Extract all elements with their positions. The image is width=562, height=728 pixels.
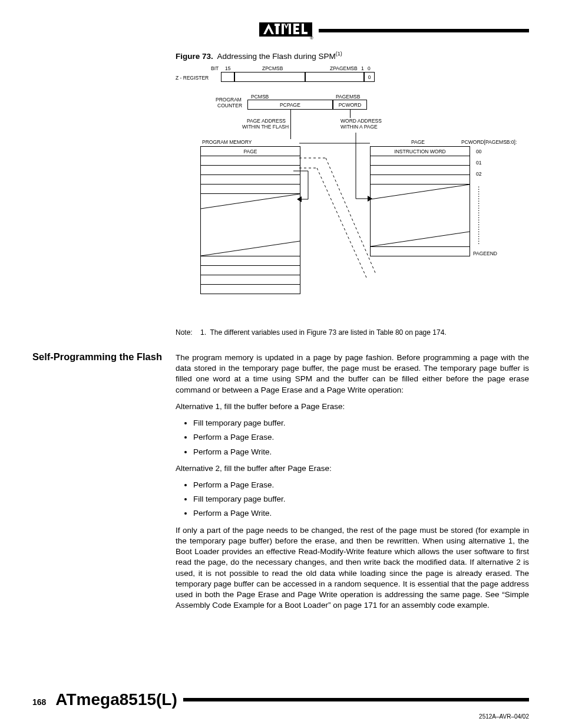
section-heading: Self-Programming the Flash [32, 351, 168, 363]
list-item: Perform a Page Write. [193, 447, 529, 457]
label-page-right: PAGE [411, 139, 425, 145]
alt2-intro: Alternative 2, fill the buffer after Pag… [176, 463, 529, 474]
page-header: ® [258, 21, 529, 41]
body-content: The program memory is updated in a page … [176, 353, 529, 617]
line-pcpage-down [290, 110, 291, 139]
page-table: INSTRUCTION WORD [370, 146, 470, 256]
svg-line-14 [201, 194, 300, 209]
svg-rect-3 [275, 24, 280, 26]
svg-rect-4 [282, 24, 284, 34]
list-item: Fill temporary page buffer. [193, 418, 529, 429]
list-item: Perform a Page Erase. [193, 480, 529, 490]
zreg-box4: 0 [364, 72, 375, 82]
label-bit1: 1 [361, 65, 364, 71]
zreg-box2 [234, 72, 305, 82]
label-wordaddr1: WORD ADDRESS [340, 118, 382, 124]
label-bit0: 0 [368, 65, 371, 71]
list-item: Perform a Page Write. [193, 508, 529, 519]
label-zpcmsb: ZPCMSB [262, 65, 283, 71]
paragraph-1: The program memory is updated in a page … [176, 353, 529, 396]
label-pagemsb: PAGEMSB [336, 94, 360, 100]
label-pageaddr1: PAGE ADDRESS [247, 118, 286, 124]
label-00: 00 [476, 149, 481, 154]
note-num: 1. [200, 328, 206, 337]
svg-marker-31 [368, 196, 372, 202]
arrows-svg [293, 133, 382, 280]
label-bit15: 15 [225, 65, 230, 71]
label-zpagemsb: ZPAGEMSB [330, 65, 358, 71]
svg-line-16 [371, 185, 470, 199]
list-item: Fill temporary page buffer. [193, 494, 529, 505]
note-label: Note: [176, 328, 193, 337]
doc-title: ATmega8515(L) [55, 690, 177, 709]
progmem-page-header: PAGE [201, 147, 300, 156]
label-wordaddr2: WITHIN A PAGE [340, 124, 378, 130]
program-memory-table: PAGE [200, 146, 300, 294]
alt1-list: Fill temporary page buffer. Perform a Pa… [193, 418, 529, 457]
svg-line-17 [371, 232, 470, 246]
pcword-box: PCWORD [333, 100, 367, 110]
svg-line-15 [201, 241, 300, 256]
svg-rect-5 [289, 24, 291, 34]
label-pcmsb: PCMSB [251, 94, 269, 100]
line-pcword-down [350, 110, 351, 118]
svg-rect-12 [302, 32, 308, 34]
svg-marker-23 [297, 196, 302, 202]
note-text: The different variables used in Figure 7… [210, 328, 447, 337]
atmel-logo: ® [258, 21, 314, 41]
svg-line-27 [317, 168, 367, 279]
svg-rect-9 [293, 28, 299, 30]
svg-line-25 [326, 158, 376, 274]
label-program: PROGRAM [216, 97, 242, 103]
label-pageend: PAGEEND [473, 251, 497, 256]
label-zregister: Z - REGISTER [176, 75, 209, 81]
svg-text:®: ® [310, 35, 313, 41]
header-rule [319, 29, 529, 32]
list-item: Perform a Page Erase. [193, 432, 529, 443]
alt1-intro: Alternative 1, fill the buffer before a … [176, 401, 529, 412]
footer-rule [183, 698, 529, 701]
dots-col: ......................... [478, 184, 480, 243]
label-01: 01 [476, 160, 481, 166]
svg-rect-10 [293, 32, 299, 34]
label-pageaddr2: WITHIN THE FLASH [242, 124, 289, 130]
pcpage-box: PCPAGE [247, 100, 333, 110]
alt2-list: Perform a Page Erase. Fill temporary pag… [193, 480, 529, 519]
label-pcwordbits: PCWORD[PAGEMSB:0]: [461, 139, 517, 145]
figure-note: Note: 1. The different variables used in… [176, 328, 447, 337]
zreg-box1 [221, 72, 234, 82]
svg-rect-8 [293, 24, 299, 26]
label-counter: COUNTER [217, 103, 242, 108]
figure-diagram: BIT 15 ZPCMSB ZPAGEMSB 1 0 Z - REGISTER … [176, 59, 517, 312]
doc-id: 2512A–AVR–04/02 [479, 713, 529, 720]
label-02: 02 [476, 171, 481, 177]
label-progmem: PROGRAM MEMORY [202, 139, 252, 145]
paragraph-2: If only a part of the page needs to be c… [176, 525, 529, 611]
page-footer: 168 ATmega8515(L) [32, 690, 529, 709]
label-bit: BIT [211, 65, 219, 71]
figure-caption-sup: (1) [336, 51, 342, 57]
zreg-box3 [305, 72, 364, 82]
instruction-word-cell: INSTRUCTION WORD [371, 147, 470, 156]
page-number: 168 [32, 697, 46, 707]
